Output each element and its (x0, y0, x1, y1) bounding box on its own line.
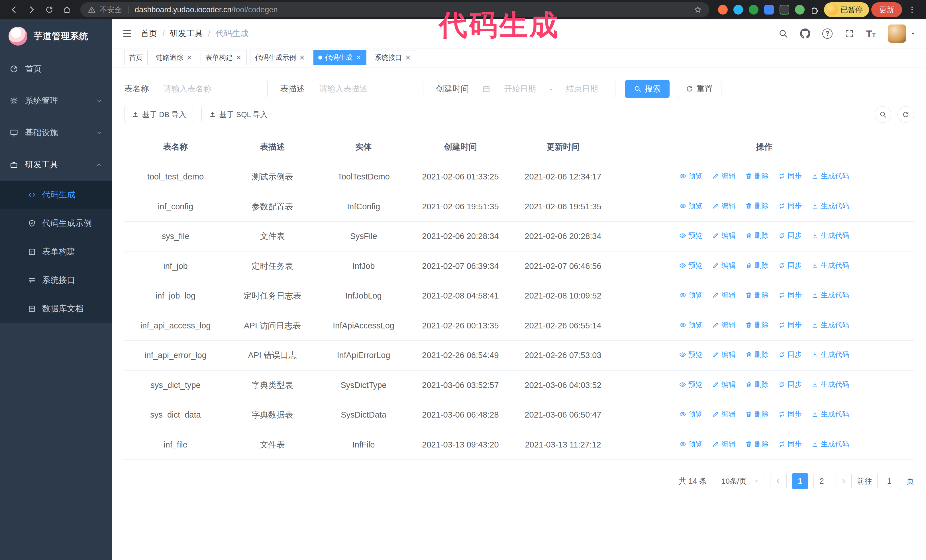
delete-link[interactable]: 删除 (745, 230, 769, 241)
preview-link[interactable]: 预览 (679, 409, 703, 420)
delete-link[interactable]: 删除 (745, 201, 769, 211)
extension-icon[interactable] (779, 5, 789, 15)
profile-chip[interactable]: 已暂停 (824, 2, 869, 17)
generate-code-link[interactable]: 生成代码 (811, 171, 849, 181)
preview-link[interactable]: 预览 (679, 260, 703, 271)
sync-link[interactable]: 同步 (778, 409, 802, 420)
preview-link[interactable]: 预览 (679, 201, 703, 211)
edit-link[interactable]: 编辑 (712, 379, 736, 390)
browser-update-button[interactable]: 更新 (871, 2, 902, 17)
close-icon[interactable] (186, 54, 192, 61)
prev-page-button[interactable] (770, 473, 787, 489)
delete-link[interactable]: 删除 (745, 260, 769, 271)
close-icon[interactable] (236, 54, 242, 61)
bookmark-star-icon[interactable] (693, 5, 702, 14)
sidebar-item-form-builder[interactable]: 表单构建 (0, 237, 112, 266)
sync-link[interactable]: 同步 (778, 379, 802, 390)
generate-code-link[interactable]: 生成代码 (811, 230, 849, 241)
extension-icon[interactable] (718, 5, 728, 15)
table-desc-input[interactable] (312, 80, 424, 98)
sidebar-toggle-button[interactable] (122, 29, 132, 39)
extensions-puzzle-icon[interactable] (810, 5, 819, 14)
extension-icon[interactable] (733, 5, 743, 15)
extension-icon[interactable] (749, 5, 758, 15)
delete-link[interactable]: 删除 (745, 320, 769, 331)
preview-link[interactable]: 预览 (679, 320, 703, 331)
fullscreen-button[interactable] (844, 29, 854, 38)
browser-home-button[interactable] (59, 2, 75, 17)
generate-code-link[interactable]: 生成代码 (811, 349, 849, 360)
next-page-button[interactable] (835, 473, 852, 489)
app-logo[interactable]: 芋道管理系统 (0, 20, 112, 53)
delete-link[interactable]: 删除 (745, 439, 769, 450)
tab-form-builder[interactable]: 表单构建 (201, 50, 247, 65)
edit-link[interactable]: 编辑 (712, 409, 736, 420)
sync-link[interactable]: 同步 (778, 230, 802, 241)
goto-page-input[interactable] (877, 473, 901, 489)
sync-link[interactable]: 同步 (778, 201, 802, 211)
delete-link[interactable]: 删除 (745, 349, 769, 360)
tab-tracing[interactable]: 链路追踪 (151, 50, 197, 65)
preview-link[interactable]: 预览 (679, 349, 703, 360)
page-button-2[interactable]: 2 (814, 473, 830, 489)
close-icon[interactable] (355, 54, 362, 61)
sync-link[interactable]: 同步 (778, 171, 802, 181)
breadcrumb-dev-tools[interactable]: 研发工具 (170, 28, 203, 39)
create-time-range-picker[interactable]: 开始日期 - 结束日期 (476, 80, 616, 98)
preview-link[interactable]: 预览 (679, 171, 703, 181)
preview-link[interactable]: 预览 (679, 379, 703, 390)
sidebar-item-dev-tools[interactable]: 研发工具 (0, 149, 112, 181)
sidebar-item-codegen[interactable]: 代码生成 (0, 181, 112, 209)
search-button[interactable]: 搜索 (625, 80, 670, 98)
sidebar-item-db-doc[interactable]: 数据库文档 (0, 294, 112, 323)
help-icon[interactable] (822, 29, 832, 39)
browser-reload-button[interactable] (42, 2, 57, 17)
generate-code-link[interactable]: 生成代码 (811, 290, 849, 300)
user-menu[interactable] (888, 24, 916, 43)
sync-link[interactable]: 同步 (778, 349, 802, 360)
tab-codegen-example[interactable]: 代码生成示例 (250, 50, 310, 65)
refresh-table-button[interactable] (897, 106, 914, 123)
delete-link[interactable]: 删除 (745, 171, 769, 181)
delete-link[interactable]: 删除 (745, 379, 769, 390)
extension-icon[interactable] (795, 5, 805, 15)
generate-code-link[interactable]: 生成代码 (811, 320, 849, 331)
edit-link[interactable]: 编辑 (712, 439, 736, 450)
delete-link[interactable]: 删除 (745, 409, 769, 420)
preview-link[interactable]: 预览 (679, 230, 703, 241)
sidebar-item-system-management[interactable]: 系统管理 (0, 85, 112, 117)
address-bar[interactable]: 不安全 dashboard.yudao.iocoder.cn/tool/code… (80, 2, 710, 17)
font-size-button[interactable] (866, 28, 876, 39)
breadcrumb-home[interactable]: 首页 (141, 28, 157, 39)
tab-system-api[interactable]: 系统接口 (370, 50, 416, 65)
sidebar-item-system-api[interactable]: 系统接口 (0, 266, 112, 294)
sync-link[interactable]: 同步 (778, 290, 802, 300)
tab-codegen[interactable]: 代码生成 (313, 50, 366, 65)
reset-button[interactable]: 重置 (677, 80, 722, 98)
sidebar-item-home[interactable]: 首页 (0, 53, 112, 85)
edit-link[interactable]: 编辑 (712, 171, 736, 181)
page-size-select[interactable]: 10条/页 (716, 473, 765, 489)
preview-link[interactable]: 预览 (679, 290, 703, 300)
edit-link[interactable]: 编辑 (712, 260, 736, 271)
toggle-search-button[interactable] (875, 106, 891, 123)
table-name-input[interactable] (156, 80, 268, 98)
generate-code-link[interactable]: 生成代码 (811, 379, 849, 390)
generate-code-link[interactable]: 生成代码 (811, 201, 849, 211)
browser-menu-button[interactable] (904, 2, 920, 17)
import-db-button[interactable]: 基于 DB 导入 (124, 106, 194, 123)
close-icon[interactable] (405, 54, 411, 61)
browser-back-button[interactable] (6, 2, 22, 17)
generate-code-link[interactable]: 生成代码 (811, 260, 849, 271)
edit-link[interactable]: 编辑 (712, 349, 736, 360)
browser-forward-button[interactable] (24, 2, 39, 17)
edit-link[interactable]: 编辑 (712, 320, 736, 331)
sync-link[interactable]: 同步 (778, 260, 802, 271)
edit-link[interactable]: 编辑 (712, 230, 736, 241)
generate-code-link[interactable]: 生成代码 (811, 439, 849, 450)
close-icon[interactable] (299, 54, 305, 61)
extension-icon[interactable] (764, 5, 774, 15)
delete-link[interactable]: 删除 (745, 290, 769, 300)
github-link[interactable] (800, 29, 810, 39)
edit-link[interactable]: 编辑 (712, 201, 736, 211)
